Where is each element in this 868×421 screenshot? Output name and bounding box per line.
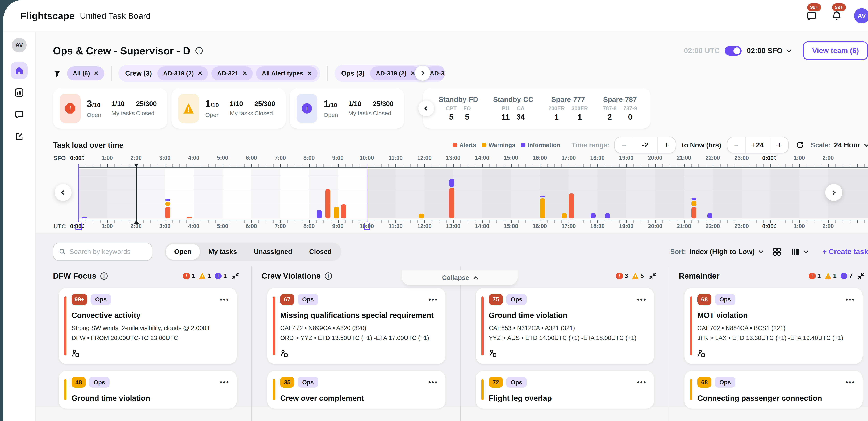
- task-card[interactable]: 75Ops•••Ground time violationCAE853 • N3…: [476, 288, 654, 364]
- card-menu-button[interactable]: •••: [429, 298, 438, 301]
- to-decrement-button[interactable]: −: [727, 141, 745, 150]
- warning-icon: !: [825, 273, 831, 279]
- column-info-icon[interactable]: i: [100, 272, 107, 280]
- card-assign-button[interactable]: [698, 349, 855, 358]
- stat-closed-label: Closed: [373, 110, 398, 117]
- card-assign-button[interactable]: [71, 349, 229, 358]
- search-input[interactable]: [70, 248, 146, 255]
- sort-chevron-down-icon[interactable]: [758, 249, 763, 254]
- column-collapse-button[interactable]: [858, 272, 865, 280]
- card-menu-button[interactable]: •••: [637, 298, 647, 301]
- card-menu-button[interactable]: •••: [220, 298, 229, 301]
- filter-group-label: Crew (3): [125, 69, 152, 77]
- card-assign-button[interactable]: [280, 349, 438, 358]
- scale-value[interactable]: 24 Hour: [834, 141, 860, 149]
- chart-gridline: [78, 204, 868, 204]
- chip-remove-icon[interactable]: ✕: [94, 70, 99, 77]
- axis-tick: 16:00: [533, 223, 547, 229]
- sidebar-avatar[interactable]: AV: [12, 38, 26, 53]
- hour-band: [799, 169, 828, 219]
- from-increment-button[interactable]: +: [658, 141, 676, 150]
- standby-collapse-button[interactable]: [418, 101, 434, 116]
- chart-bar: [540, 196, 545, 219]
- tab-open[interactable]: Open: [166, 244, 200, 260]
- card-menu-button[interactable]: •••: [429, 381, 438, 384]
- hour-band: [194, 169, 222, 219]
- card-menu-button[interactable]: •••: [637, 381, 647, 384]
- chart-scroll-left-button[interactable]: [55, 184, 71, 201]
- filter-chip[interactable]: AD-319 (2)✕: [370, 66, 421, 81]
- standby-col: 300ER1: [571, 105, 588, 121]
- filter-chip[interactable]: AD-319 (2)✕: [157, 66, 208, 81]
- column-card-list: 68Ops•••MOT violationCAE702 • N884CA • B…: [679, 288, 868, 409]
- tab-unassigned[interactable]: Unassigned: [245, 244, 301, 260]
- sidebar-item-messages[interactable]: [11, 106, 28, 123]
- column-collapse-button[interactable]: [232, 272, 239, 280]
- user-avatar[interactable]: AV: [854, 8, 868, 24]
- card-tag: Ops: [91, 294, 111, 305]
- notifications-button[interactable]: 99+: [828, 7, 845, 24]
- standby-col: FO5: [463, 105, 471, 121]
- alert-icon: !: [809, 273, 815, 279]
- count-value: 1: [817, 272, 821, 280]
- card-tag: Ops: [715, 294, 735, 305]
- time-range-label: Time range:: [571, 141, 610, 149]
- task-card[interactable]: 48Ops•••Ground time violation: [59, 371, 237, 409]
- filter-chip[interactable]: AD-321✕: [212, 66, 253, 81]
- card-menu-button[interactable]: •••: [846, 381, 855, 384]
- chat-button[interactable]: 99+: [803, 7, 820, 24]
- sidebar-item-analytics[interactable]: [11, 84, 28, 101]
- card-menu-button[interactable]: •••: [846, 298, 855, 301]
- card-menu-button[interactable]: •••: [220, 381, 229, 384]
- task-card[interactable]: 35Ops•••Crew over complement: [267, 371, 445, 409]
- title-info-icon[interactable]: i: [195, 47, 203, 54]
- task-card[interactable]: 99+Ops•••Convective activityStrong SW wi…: [59, 288, 237, 364]
- collapse-panel-button[interactable]: Collapse: [402, 271, 518, 285]
- chart-scroll-right-button[interactable]: [825, 184, 842, 201]
- scale-chevron-down-icon[interactable]: [864, 142, 868, 147]
- axis-tick: 3:00: [159, 223, 170, 229]
- task-card[interactable]: 68Ops•••MOT violationCAE702 • N884CA • B…: [684, 288, 863, 364]
- info-icon: i: [215, 273, 221, 279]
- chart-bar-segment-information: [82, 217, 87, 219]
- hour-band: [655, 169, 684, 219]
- card-severity-bar: [64, 297, 66, 356]
- create-task-label: Create task: [829, 248, 868, 256]
- sidebar-item-compose[interactable]: [11, 128, 28, 145]
- timezone-chevron-down-icon[interactable]: [786, 48, 791, 53]
- stat-open: 1/10Open: [205, 98, 230, 118]
- task-card[interactable]: 67Ops•••Missing qualifications special r…: [267, 288, 445, 364]
- card-header-row: 72Ops•••: [489, 377, 647, 388]
- create-task-button[interactable]: + Create task: [823, 248, 868, 256]
- axis-tick: 9:00: [332, 223, 344, 229]
- axis-tick: 2:00: [823, 223, 834, 229]
- axis-tick: 0:00☾: [70, 223, 87, 230]
- view-team-button[interactable]: View team (6): [803, 41, 868, 60]
- brand-logo: Flightscape: [20, 10, 75, 21]
- grid-view-button[interactable]: [773, 248, 781, 256]
- sort-value[interactable]: Index (High to Low): [689, 248, 755, 256]
- to-increment-button[interactable]: +: [770, 141, 788, 150]
- filters-scroll-right-button[interactable]: [415, 65, 430, 81]
- filter-chip[interactable]: All Alert types✕: [256, 66, 317, 81]
- chart-bar-segment-information: [317, 210, 322, 218]
- chip-remove-icon[interactable]: ✕: [307, 70, 312, 77]
- filter-chip-all[interactable]: All (6)✕: [67, 66, 104, 81]
- tab-closed[interactable]: Closed: [301, 244, 340, 260]
- sidebar-item-home[interactable]: [11, 62, 28, 79]
- refresh-button[interactable]: [796, 141, 804, 149]
- from-decrement-button[interactable]: −: [615, 141, 633, 150]
- chip-remove-icon[interactable]: ✕: [198, 70, 203, 77]
- standby-columns: 200ER1300ER1: [549, 105, 588, 121]
- columns-view-button[interactable]: [792, 248, 808, 256]
- info-icon: i: [841, 273, 847, 279]
- card-assign-button[interactable]: [489, 349, 647, 358]
- task-card[interactable]: 68Ops•••Connecting passenger connection: [684, 371, 863, 409]
- chip-remove-icon[interactable]: ✕: [410, 70, 415, 77]
- timezone-toggle[interactable]: [725, 46, 742, 56]
- task-card[interactable]: 72Ops•••Flight leg overlap: [476, 371, 654, 409]
- column-info-icon[interactable]: i: [324, 272, 332, 280]
- column-collapse-button[interactable]: [649, 272, 656, 280]
- tab-my-tasks[interactable]: My tasks: [200, 244, 245, 260]
- chip-remove-icon[interactable]: ✕: [242, 70, 247, 77]
